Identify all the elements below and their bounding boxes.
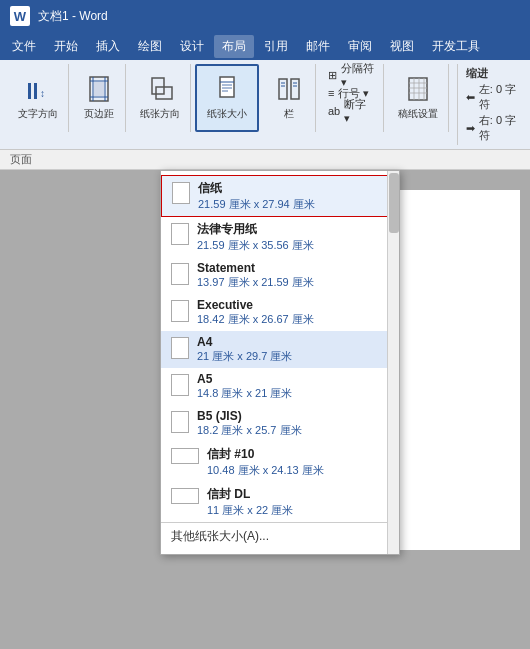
indent-right-icon: ➡ bbox=[466, 122, 475, 135]
dropdown-item-text-6: B5 (JIS) 18.2 厘米 x 25.7 厘米 bbox=[197, 409, 302, 438]
dropdown-item-size-4: 21 厘米 x 29.7 厘米 bbox=[197, 349, 292, 364]
svg-rect-8 bbox=[94, 82, 104, 96]
dropdown-item-name-0: 信纸 bbox=[198, 180, 315, 197]
indent-label: 缩进 bbox=[466, 66, 488, 81]
ribbon-group-margins: 页边距 bbox=[73, 64, 126, 132]
menu-mail[interactable]: 邮件 bbox=[298, 35, 338, 58]
page-label-bar: 页面 bbox=[0, 150, 530, 170]
menu-review[interactable]: 审阅 bbox=[340, 35, 380, 58]
hyphenation-icon: ab bbox=[328, 105, 340, 117]
dropdown-item-size-0: 21.59 厘米 x 27.94 厘米 bbox=[198, 197, 315, 212]
papersize-icon bbox=[211, 75, 243, 107]
dropdown-item-text-3: Executive 18.42 厘米 x 26.67 厘米 bbox=[197, 298, 314, 327]
menu-layout[interactable]: 布局 bbox=[214, 35, 254, 58]
dropdown-item-legal[interactable]: 法律专用纸 21.59 厘米 x 35.56 厘米 bbox=[161, 217, 399, 257]
dropdown-item-size-2: 13.97 厘米 x 21.59 厘米 bbox=[197, 275, 314, 290]
menu-file[interactable]: 文件 bbox=[4, 35, 44, 58]
word-logo: W bbox=[10, 6, 30, 26]
menu-references[interactable]: 引用 bbox=[256, 35, 296, 58]
orientation-label: 纸张方向 bbox=[140, 107, 180, 121]
dropdown-item-icon-8 bbox=[171, 488, 199, 504]
svg-rect-11 bbox=[220, 77, 234, 97]
breaks-group-label bbox=[328, 128, 375, 130]
dropdown-item-icon-5 bbox=[171, 374, 189, 396]
dropdown-item-name-5: A5 bbox=[197, 372, 292, 386]
margins-content: 页边距 bbox=[79, 66, 119, 130]
svg-rect-1 bbox=[34, 83, 37, 99]
dropdown-item-executive[interactable]: Executive 18.42 厘米 x 26.67 厘米 bbox=[161, 294, 399, 331]
ribbon-group-papersize: 纸张大小 bbox=[195, 64, 259, 132]
columns-icon bbox=[273, 75, 305, 107]
dropdown-item-env10[interactable]: 信封 #10 10.48 厘米 x 24.13 厘米 bbox=[161, 442, 399, 482]
orientation-content: 纸张方向 bbox=[136, 66, 184, 130]
main-area: 我想变成 清晰，当 让露珠在上 淡淡的芬芳 地采蜜，我 我想成之 间劳作时， 在… bbox=[0, 170, 530, 649]
indent-right-label: 右: 0 字符 bbox=[479, 113, 518, 143]
textdir-label: 文字方向 bbox=[18, 107, 58, 121]
menu-draw[interactable]: 绘图 bbox=[130, 35, 170, 58]
menu-dev[interactable]: 开发工具 bbox=[424, 35, 488, 58]
orientation-button[interactable]: 纸张方向 bbox=[136, 73, 184, 123]
dropdown-scrollbar-thumb[interactable] bbox=[389, 173, 399, 233]
dropdown-item-text-0: 信纸 21.59 厘米 x 27.94 厘米 bbox=[198, 180, 315, 212]
dropdown-item-name-6: B5 (JIS) bbox=[197, 409, 302, 423]
dropdown-footer[interactable]: 其他纸张大小(A)... bbox=[161, 522, 399, 550]
svg-rect-17 bbox=[291, 79, 299, 99]
svg-rect-16 bbox=[279, 79, 287, 99]
dropdown-item-name-8: 信封 DL bbox=[207, 486, 293, 503]
ribbon-group-columns: 栏 bbox=[263, 64, 316, 132]
menu-view[interactable]: 视图 bbox=[382, 35, 422, 58]
dropdown-item-text-4: A4 21 厘米 x 29.7 厘米 bbox=[197, 335, 292, 364]
columns-content: 栏 bbox=[269, 66, 309, 130]
ribbon-group-breaks: ⊞ 分隔符 ▾ ≡ 行号 ▾ ab 断字 ▾ bbox=[320, 64, 384, 132]
menu-design[interactable]: 设计 bbox=[172, 35, 212, 58]
dropdown-item-a4[interactable]: A4 21 厘米 x 29.7 厘米 bbox=[161, 331, 399, 368]
dropdown-item-b5jis[interactable]: B5 (JIS) 18.2 厘米 x 25.7 厘米 bbox=[161, 405, 399, 442]
dropdown-item-size-5: 14.8 厘米 x 21 厘米 bbox=[197, 386, 292, 401]
page-label: 页面 bbox=[10, 152, 32, 167]
dropdown-item-text-2: Statement 13.97 厘米 x 21.59 厘米 bbox=[197, 261, 314, 290]
dropdown-item-envdl[interactable]: 信封 DL 11 厘米 x 22 厘米 bbox=[161, 482, 399, 522]
dropdown-item-size-8: 11 厘米 x 22 厘米 bbox=[207, 503, 293, 518]
indent-right-row: ➡ 右: 0 字符 bbox=[466, 113, 518, 143]
draftsettings-label: 稿纸设置 bbox=[398, 107, 438, 121]
papersize-content: 纸张大小 bbox=[203, 68, 251, 128]
svg-rect-9 bbox=[152, 78, 164, 94]
ribbon-group-orientation: 纸张方向 bbox=[130, 64, 191, 132]
dropdown-item-size-6: 18.2 厘米 x 25.7 厘米 bbox=[197, 423, 302, 438]
breaks-row: ⊞ 分隔符 ▾ bbox=[328, 66, 375, 84]
paper-size-button[interactable]: 纸张大小 bbox=[203, 73, 251, 123]
hyphenation-label[interactable]: 断字 ▾ bbox=[344, 97, 375, 125]
dropdown-item-icon-3 bbox=[171, 300, 189, 322]
dropdown-item-icon-2 bbox=[171, 263, 189, 285]
menu-bar: 文件 开始 插入 绘图 设计 布局 引用 邮件 审阅 视图 开发工具 bbox=[0, 32, 530, 60]
paper-size-dropdown: 信纸 21.59 厘米 x 27.94 厘米 法律专用纸 21.59 厘米 x … bbox=[160, 170, 400, 555]
columns-button[interactable]: 栏 bbox=[269, 73, 309, 123]
dropdown-item-statement[interactable]: Statement 13.97 厘米 x 21.59 厘米 bbox=[161, 257, 399, 294]
dropdown-item-size-1: 21.59 厘米 x 35.56 厘米 bbox=[197, 238, 314, 253]
dropdown-item-size-7: 10.48 厘米 x 24.13 厘米 bbox=[207, 463, 324, 478]
svg-rect-0 bbox=[28, 83, 31, 99]
window-title: 文档1 - Word bbox=[38, 8, 108, 25]
indent-left-label: 左: 0 字符 bbox=[479, 82, 518, 112]
papersize-label: 纸张大小 bbox=[207, 107, 247, 121]
margins-icon bbox=[83, 75, 115, 107]
dropdown-item-name-7: 信封 #10 bbox=[207, 446, 324, 463]
ribbon: ↕ 文字方向 页边距 bbox=[0, 60, 530, 150]
ribbon-group-draftsettings: 稿纸设置 bbox=[388, 64, 449, 132]
margins-button[interactable]: 页边距 bbox=[79, 73, 119, 123]
text-direction-icon: ↕ bbox=[22, 75, 54, 107]
indent-section: 缩进 ⬅ 左: 0 字符 ➡ 右: 0 字符 bbox=[457, 64, 522, 145]
menu-insert[interactable]: 插入 bbox=[88, 35, 128, 58]
menu-home[interactable]: 开始 bbox=[46, 35, 86, 58]
dropdown-item-icon-1 bbox=[171, 223, 189, 245]
dropdown-item-letter[interactable]: 信纸 21.59 厘米 x 27.94 厘米 bbox=[161, 175, 399, 217]
dropdown-item-name-4: A4 bbox=[197, 335, 292, 349]
dropdown-item-a5[interactable]: A5 14.8 厘米 x 21 厘米 bbox=[161, 368, 399, 405]
indent-title: 缩进 bbox=[466, 66, 518, 81]
dropdown-scrollbar[interactable] bbox=[387, 171, 399, 554]
textdir-content: ↕ 文字方向 bbox=[14, 66, 62, 130]
draftsettings-button[interactable]: 稿纸设置 bbox=[394, 73, 442, 123]
dropdown-item-size-3: 18.42 厘米 x 26.67 厘米 bbox=[197, 312, 314, 327]
text-direction-button[interactable]: ↕ 文字方向 bbox=[14, 73, 62, 123]
breaks-icon: ⊞ bbox=[328, 69, 337, 82]
